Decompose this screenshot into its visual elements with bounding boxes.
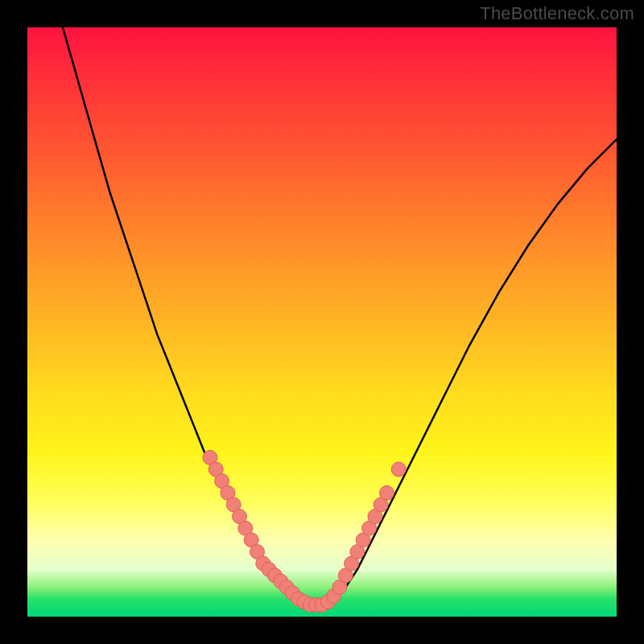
curve-svg [27, 27, 617, 617]
watermark-text: TheBottleneck.com [480, 3, 634, 24]
data-marker [391, 462, 406, 477]
plot-area [27, 27, 617, 617]
data-markers [203, 450, 406, 612]
bottleneck-curve [63, 27, 617, 605]
data-marker [380, 485, 394, 500]
chart-frame: TheBottleneck.com [0, 0, 644, 644]
